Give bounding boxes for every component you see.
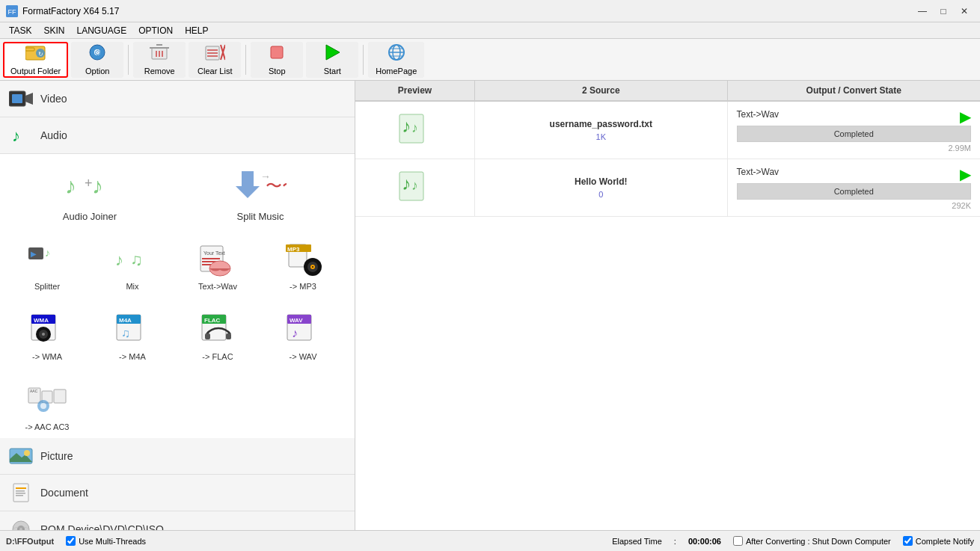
- document-label: Document: [40, 487, 88, 499]
- svg-text:+: +: [85, 176, 93, 191]
- to-m4a-icon: M4A ♫: [110, 310, 155, 351]
- svg-point-61: [42, 333, 45, 336]
- to-wav-icon: WAV ♪: [281, 310, 325, 351]
- output-folder-label: Output Folder: [10, 67, 61, 76]
- start-icon: [322, 43, 343, 65]
- separator-2: [245, 45, 246, 75]
- tool-to-flac[interactable]: FLAC -> FLAC: [177, 301, 259, 368]
- col-source: 2 Source: [475, 81, 728, 100]
- elapsed-time-label: Elapsed Time: [612, 537, 662, 546]
- tool-mix[interactable]: ♪ ♫ Mix: [91, 230, 174, 298]
- complete-notify-checkbox[interactable]: [903, 536, 913, 546]
- preview-thumb-2: ♪ ♪: [396, 169, 434, 206]
- svg-marker-35: [236, 171, 260, 198]
- document-section-header[interactable]: Document: [0, 475, 355, 511]
- rom-section-header[interactable]: ROM Device\DVD\CD\ISO: [0, 511, 355, 530]
- remove-button[interactable]: Remove: [133, 42, 186, 78]
- video-icon: [9, 87, 33, 111]
- output-size-1: 2.99M: [948, 144, 971, 153]
- svg-text:▶: ▶: [31, 250, 37, 258]
- menubar: TASK SKIN LANGUAGE OPTION HELP: [0, 22, 980, 39]
- maximize-button[interactable]: □: [934, 4, 953, 19]
- col-output: Output / Convert State: [728, 81, 981, 100]
- audio-joiner-icon: ♪ + ♪: [64, 165, 116, 206]
- separator-1: [128, 45, 129, 75]
- play-button-1[interactable]: ▶: [960, 108, 971, 126]
- video-section-header[interactable]: Video: [0, 81, 355, 117]
- start-button[interactable]: Start: [306, 42, 358, 78]
- svg-text:♪: ♪: [45, 247, 50, 259]
- tool-to-mp3[interactable]: MP3 -> MP3: [262, 230, 344, 298]
- svg-text:↻: ↻: [37, 51, 43, 58]
- to-wav-label: -> WAV: [290, 352, 317, 361]
- menu-help[interactable]: HELP: [179, 24, 214, 37]
- video-label: Video: [40, 93, 67, 105]
- homepage-button[interactable]: HomePage: [368, 42, 424, 78]
- separator-3: [363, 45, 364, 75]
- svg-text:AAC: AAC: [30, 389, 38, 393]
- filesize-2: 0: [598, 190, 603, 199]
- to-aac-ac3-icon: AAC: [25, 380, 70, 421]
- audio-tools-area: ♪ + ♪ Audio Joiner: [0, 154, 355, 438]
- audio-section-header[interactable]: ♪ Audio: [0, 117, 355, 154]
- menu-task[interactable]: TASK: [3, 24, 37, 37]
- menu-language[interactable]: LANGUAGE: [70, 24, 132, 37]
- svg-rect-87: [16, 493, 25, 494]
- minimize-button[interactable]: —: [913, 4, 932, 19]
- output-size-2: 292K: [952, 201, 971, 210]
- menu-skin[interactable]: SKIN: [37, 24, 70, 37]
- filename-2: Hello World!: [575, 176, 627, 187]
- tool-to-wma[interactable]: WMA -> WMA: [6, 301, 88, 368]
- use-multi-threads-checkbox[interactable]: [66, 536, 76, 546]
- progress-bar-1: Completed: [737, 126, 972, 142]
- audio-label: Audio: [40, 129, 67, 141]
- preview-thumb-1: ♪ ♪: [396, 111, 434, 149]
- use-multi-threads-label: Use Multi-Threads: [79, 537, 146, 546]
- to-flac-icon: FLAC: [195, 310, 240, 351]
- play-button-2[interactable]: ▶: [960, 165, 971, 183]
- tool-to-m4a[interactable]: M4A ♫ -> M4A: [91, 301, 174, 368]
- convert-top-2: Text->Wav ▶: [737, 165, 972, 183]
- app-title: FormatFactory X64 5.17: [22, 6, 119, 16]
- svg-rect-78: [54, 390, 66, 403]
- svg-text:♫: ♫: [121, 327, 130, 339]
- text-to-wav-label: Text->Wav: [198, 282, 237, 291]
- svg-text:Your Text: Your Text: [203, 250, 225, 256]
- tool-audio-joiner[interactable]: ♪ + ♪ Audio Joiner: [6, 160, 174, 227]
- tool-splitter[interactable]: ▶ ♪ Splitter: [6, 230, 88, 298]
- tool-split-music[interactable]: → 〜〜 Split Music: [177, 160, 344, 227]
- to-aac-ac3-label: -> AAC AC3: [25, 422, 69, 431]
- svg-text:WAV: WAV: [290, 317, 303, 324]
- table-header: Preview 2 Source Output / Convert State: [355, 81, 980, 102]
- source-cell-2: Hello World! 0: [475, 159, 728, 216]
- tool-text-to-wav[interactable]: Your Text Text->Wav: [177, 230, 259, 298]
- tool-to-aac-ac3[interactable]: AAC -> AAC AC3: [6, 371, 88, 438]
- preview-cell-2: ♪ ♪: [355, 159, 475, 216]
- svg-text:♪: ♪: [65, 173, 76, 198]
- to-mp3-label: -> MP3: [290, 282, 316, 291]
- remove-icon: [149, 43, 170, 65]
- svg-text:♪: ♪: [92, 173, 103, 198]
- shutdown-checkbox[interactable]: [733, 536, 743, 546]
- remove-label: Remove: [144, 67, 175, 76]
- titlebar-controls: — □ ✕: [913, 4, 974, 19]
- titlebar: FF FormatFactory X64 5.17 — □ ✕: [0, 0, 980, 22]
- clear-list-button[interactable]: Clear List: [189, 42, 241, 78]
- clear-list-label: Clear List: [197, 67, 232, 76]
- picture-section-header[interactable]: Picture: [0, 438, 355, 475]
- svg-text:M4A: M4A: [119, 317, 132, 324]
- document-icon: [9, 481, 33, 505]
- svg-text:〜〜: 〜〜: [266, 176, 287, 195]
- filename-1: username_password.txt: [550, 119, 652, 129]
- option-label: Option: [85, 67, 109, 76]
- close-button[interactable]: ✕: [955, 4, 974, 19]
- stop-button[interactable]: Stop: [251, 42, 303, 78]
- option-button[interactable]: ⚙ Option: [71, 42, 123, 78]
- convert-info-2: Text->Wav ▶ Completed: [737, 165, 972, 200]
- menu-option[interactable]: OPTION: [132, 24, 179, 37]
- homepage-icon: [386, 43, 407, 65]
- complete-notify-label: Complete Notify: [916, 537, 974, 546]
- tool-to-wav[interactable]: WAV ♪ -> WAV: [262, 301, 344, 368]
- output-folder-button[interactable]: ↻ Output Folder: [3, 42, 68, 78]
- to-m4a-label: -> M4A: [119, 352, 146, 361]
